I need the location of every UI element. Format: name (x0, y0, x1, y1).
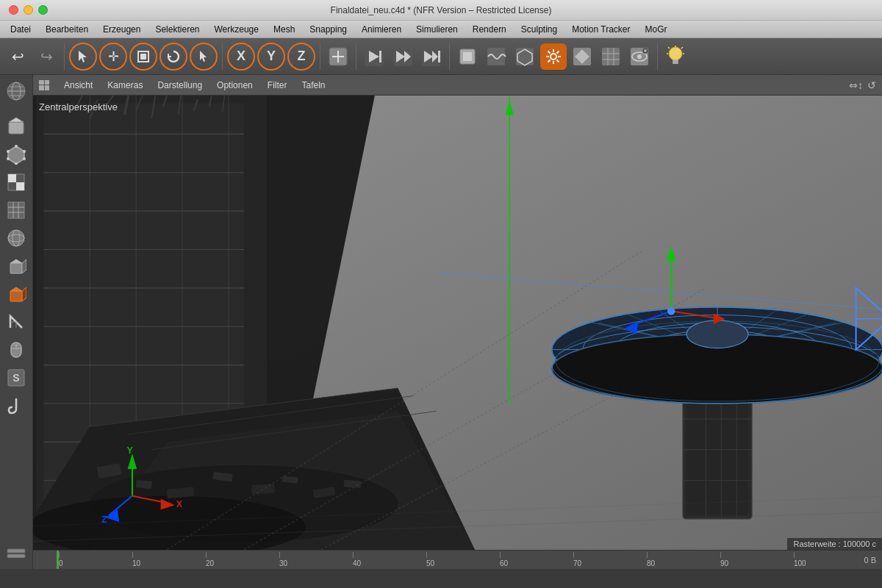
polygon-mode-button[interactable] (512, 43, 538, 70)
vp-menu-tafeln[interactable]: Tafeln (295, 79, 331, 92)
minimize-button[interactable] (24, 5, 33, 15)
svg-rect-14 (463, 52, 472, 61)
ruler-mark-40: 40 (353, 552, 426, 567)
wave-button[interactable] (483, 43, 509, 70)
svg-rect-33 (673, 62, 678, 64)
play-forward-button[interactable] (361, 43, 387, 70)
polygon-tool-btn[interactable] (3, 141, 29, 168)
scale-tool[interactable] (129, 43, 157, 71)
window-title: Finaldatei_neu.c4d * (NFR Version – Rest… (331, 5, 552, 15)
y-axis-button[interactable]: Y (257, 43, 285, 71)
menu-bearbeiten[interactable]: Bearbeiten (38, 23, 96, 36)
diamond-button[interactable] (569, 43, 595, 70)
svg-point-46 (7, 157, 10, 160)
vp-nav-arrows[interactable]: ⇔↕ (849, 79, 863, 91)
ruler-mark-0: 0 (59, 552, 132, 567)
menu-animieren[interactable]: Animieren (354, 23, 409, 36)
vp-menu-filter[interactable]: Filter (262, 79, 293, 92)
svg-point-68 (15, 345, 18, 347)
maximize-button[interactable] (38, 5, 48, 15)
rotate-tool[interactable] (159, 43, 187, 71)
s-tool-btn[interactable]: S (3, 365, 29, 391)
menu-selektieren[interactable]: Selektieren (148, 23, 207, 36)
grid-tool-btn[interactable] (3, 197, 29, 223)
panels-btn[interactable] (3, 539, 29, 566)
separator-5 (449, 43, 450, 70)
svg-rect-12 (438, 51, 440, 62)
grid-icon (39, 80, 49, 90)
settings-button[interactable] (540, 43, 567, 70)
object-tool-btn[interactable] (3, 113, 29, 140)
svg-rect-15 (487, 48, 505, 65)
mouse-tool-btn[interactable] (3, 337, 29, 363)
select-tool[interactable] (69, 43, 97, 71)
svg-marker-60 (10, 259, 22, 263)
cursor-tool[interactable] (190, 43, 218, 71)
3d-viewport[interactable]: Y X Z Zentralperspektive Rasterweite : 1… (33, 96, 882, 550)
svg-text:S: S (12, 372, 19, 384)
angle-tool-btn[interactable] (3, 309, 29, 335)
move-tool[interactable]: ✛ (99, 43, 127, 71)
ruler-mark-100: 100 (794, 552, 867, 567)
vp-menu-darstellung[interactable]: Darstellung (151, 79, 208, 92)
svg-point-44 (23, 157, 26, 160)
sphere-tool-btn[interactable] (3, 225, 29, 251)
x-axis-button[interactable]: X (227, 43, 255, 71)
ruler-mark-60: 60 (500, 552, 573, 567)
menu-snapping[interactable]: Snapping (302, 23, 354, 36)
svg-text:Z: Z (101, 514, 107, 525)
scene-svg: Y X Z (33, 96, 882, 550)
vp-nav-rotate[interactable]: ↺ (867, 79, 876, 91)
menu-datei[interactable]: Datei (3, 23, 38, 36)
svg-point-28 (637, 54, 642, 59)
undo-button[interactable]: ↩ (4, 43, 31, 70)
svg-rect-72 (7, 554, 25, 558)
hook-tool-btn[interactable] (3, 392, 29, 419)
z-axis-button[interactable]: Z (287, 43, 315, 71)
viewport-label: Zentralperspektive (39, 101, 118, 112)
svg-point-30 (644, 49, 647, 52)
menu-werkzeuge[interactable]: Werkzeuge (207, 23, 265, 36)
svg-point-161 (686, 320, 748, 348)
svg-rect-1 (140, 54, 146, 60)
svg-rect-49 (8, 174, 16, 182)
cube-tool-btn[interactable] (3, 253, 29, 279)
timeline: 0102030405060708090100 0 B (33, 550, 882, 569)
light-button[interactable] (662, 43, 689, 70)
menu-erzeugen[interactable]: Erzeugen (96, 23, 148, 36)
orange-cube-btn[interactable] (3, 281, 29, 307)
menu-motion-tracker[interactable]: Motion Tracker (564, 23, 637, 36)
redo-button[interactable]: ↪ (33, 43, 60, 70)
svg-text:Y: Y (127, 445, 134, 456)
vp-menu-kameras[interactable]: Kameras (101, 79, 148, 92)
svg-point-47 (7, 150, 10, 153)
play-step-button[interactable] (390, 43, 416, 70)
menu-simulieren[interactable]: Simulieren (409, 23, 465, 36)
world-icon[interactable] (3, 78, 29, 104)
vp-menu-ansicht[interactable]: Ansicht (58, 79, 98, 92)
play-end-button[interactable] (418, 43, 445, 70)
svg-point-18 (551, 54, 556, 60)
vp-menu-optionen[interactable]: Optionen (211, 79, 259, 92)
menu-rendern[interactable]: Rendern (465, 23, 514, 36)
menu-sculpting[interactable]: Sculpting (514, 23, 564, 36)
eye-button[interactable] (626, 43, 653, 70)
svg-rect-59 (10, 263, 22, 273)
svg-rect-124 (251, 484, 275, 494)
main-layout: S Ansicht (0, 75, 882, 569)
close-button[interactable] (9, 5, 18, 15)
ruler-mark-80: 80 (647, 552, 720, 567)
svg-text:X: X (176, 499, 183, 509)
coord-tool[interactable] (325, 43, 351, 70)
svg-marker-41 (8, 146, 24, 164)
grid-view-button[interactable] (598, 43, 624, 70)
svg-rect-51 (8, 202, 24, 218)
checker-tool-btn[interactable] (3, 169, 29, 196)
viewport-status: Rasterweite : 100000 c (787, 538, 882, 550)
menu-mesh[interactable]: Mesh (266, 23, 302, 36)
view-cube-button[interactable] (454, 43, 481, 70)
svg-rect-62 (10, 291, 22, 301)
toolbar: ↩ ↪ ✛ X Y Z (0, 38, 882, 75)
menu-mogr[interactable]: MoGr (638, 23, 675, 36)
ruler-mark-50: 50 (426, 552, 500, 567)
